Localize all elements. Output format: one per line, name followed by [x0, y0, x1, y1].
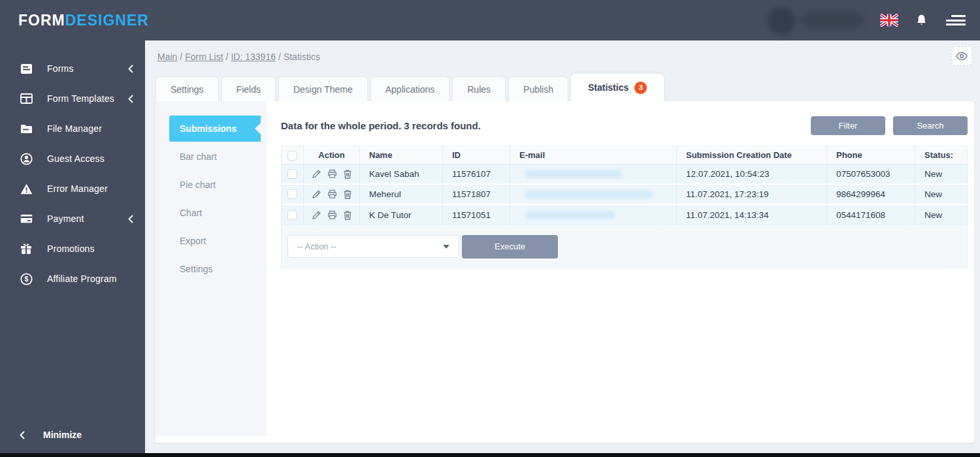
cell-date: 12.07.2021, 10:54:23: [677, 165, 827, 185]
col-date: Submission Creation Date: [677, 146, 827, 165]
logo-form-part: FORM: [18, 12, 65, 29]
cell-phone: 9864299964: [827, 185, 915, 205]
cell-status: New: [915, 185, 968, 205]
cell-name: Kavel Sabah: [360, 165, 443, 185]
stats-nav-submissions[interactable]: Submissions: [169, 116, 261, 142]
tab-applications[interactable]: Applications: [370, 76, 450, 101]
tab-fields[interactable]: Fields: [221, 76, 276, 101]
forms-icon: [20, 62, 33, 75]
notifications-bell-icon[interactable]: [915, 14, 928, 27]
hamburger-menu-icon[interactable]: [946, 15, 966, 25]
breadcrumb: Main/Form List/ID: 133916/Statistics: [157, 52, 320, 62]
delete-icon[interactable]: [343, 210, 352, 220]
bulk-action-bar: -- Action -- Execute: [281, 225, 968, 268]
edit-icon[interactable]: [312, 169, 321, 179]
sidebar-item-payment[interactable]: Payment: [0, 204, 145, 234]
bulk-action-dropdown[interactable]: -- Action --: [287, 235, 459, 258]
sidebar-item-guest-access[interactable]: Guest Access: [0, 144, 145, 174]
avatar: [768, 7, 795, 35]
cell-email-redacted: [510, 205, 677, 225]
sidebar-item-label: File Manager: [47, 123, 135, 134]
topbar: FORMDESIGNER: [0, 0, 980, 40]
sidebar: Forms Form Templates File Manager Guest …: [0, 40, 145, 453]
row-checkbox[interactable]: [287, 169, 297, 179]
stats-nav-export[interactable]: Export: [155, 228, 267, 254]
sidebar-item-label: Error Manager: [47, 183, 135, 194]
execute-button[interactable]: Execute: [462, 235, 558, 259]
sidebar-item-label: Guest Access: [47, 153, 135, 164]
col-email: E-mail: [510, 146, 677, 165]
stats-nav-settings[interactable]: Settings: [155, 256, 267, 282]
sidebar-item-label: Promotions: [47, 244, 135, 254]
row-checkbox[interactable]: [287, 189, 297, 199]
sidebar-item-label: Payment: [47, 213, 128, 224]
table-row: Kavel Sabah 11576107 12.07.2021, 10:54:2…: [281, 165, 968, 185]
col-action: Action: [304, 146, 360, 165]
tab-design-theme[interactable]: Design Theme: [278, 76, 368, 101]
affiliate-icon: $: [20, 272, 33, 285]
chevron-left-icon: [128, 65, 135, 73]
sidebar-item-forms[interactable]: Forms: [0, 54, 145, 84]
cell-phone: 0544171608: [827, 205, 915, 225]
eye-icon: [956, 52, 968, 61]
logo-designer-part: DESIGNER: [65, 12, 149, 29]
print-icon[interactable]: [327, 189, 337, 199]
main-area: Main/Form List/ID: 133916/Statistics Set…: [145, 40, 980, 453]
col-id: ID: [443, 146, 510, 165]
stats-nav-pie-chart[interactable]: Pie chart: [155, 172, 267, 198]
select-all-checkbox[interactable]: [287, 151, 297, 161]
sidebar-item-label: Affiliate Program: [47, 274, 135, 284]
tab-settings[interactable]: Settings: [155, 76, 219, 101]
table-row: K De Tutor 11571051 11.07.2021, 14:13:34…: [281, 205, 968, 225]
sidebar-item-form-templates[interactable]: Form Templates: [0, 84, 145, 114]
language-flag-uk[interactable]: [880, 14, 898, 27]
cell-email-redacted: [510, 165, 677, 185]
cell-status: New: [915, 205, 968, 225]
edit-icon[interactable]: [312, 189, 321, 199]
tab-rules[interactable]: Rules: [452, 76, 506, 101]
delete-icon[interactable]: [343, 169, 352, 179]
table-header-row: Action Name ID E-mail Submission Creatio…: [281, 146, 968, 165]
cell-date: 11.07.2021, 17:23:19: [677, 185, 827, 205]
sidebar-item-promotions[interactable]: Promotions: [0, 234, 145, 264]
filter-button[interactable]: Filter: [811, 116, 885, 135]
row-checkbox[interactable]: [287, 210, 297, 220]
statistics-nav: Submissions Bar chart Pie chart Chart Ex…: [155, 101, 267, 436]
sidebar-item-label: Form Templates: [47, 93, 128, 104]
edit-icon[interactable]: [312, 210, 321, 220]
delete-icon[interactable]: [343, 189, 352, 199]
preview-button[interactable]: [951, 46, 972, 65]
breadcrumb-link-main[interactable]: Main: [157, 52, 177, 62]
breadcrumb-current: Statistics: [284, 52, 320, 62]
promotions-icon: [20, 242, 33, 255]
sidebar-item-label: Forms: [47, 63, 128, 74]
stats-nav-bar-chart[interactable]: Bar chart: [155, 144, 267, 170]
form-templates-icon: [20, 92, 33, 105]
sidebar-item-affiliate-program[interactable]: $ Affiliate Program: [0, 264, 145, 294]
guest-access-icon: [20, 152, 33, 165]
cell-id: 11571051: [443, 205, 510, 225]
breadcrumb-link-form-id[interactable]: ID: 133916: [231, 52, 276, 62]
chevron-down-icon: [443, 245, 449, 249]
sidebar-item-file-manager[interactable]: File Manager: [0, 114, 145, 144]
payment-icon: [20, 212, 33, 225]
user-account-menu[interactable]: [768, 6, 866, 35]
username-redacted: [802, 13, 864, 27]
window-bottom-edge: [0, 453, 980, 457]
chevron-left-icon: [128, 95, 135, 103]
print-icon[interactable]: [327, 210, 337, 220]
app-logo[interactable]: FORMDESIGNER: [18, 12, 149, 29]
sidebar-minimize-button[interactable]: Minimize: [0, 417, 145, 453]
print-icon[interactable]: [327, 169, 337, 179]
stats-nav-chart[interactable]: Chart: [155, 200, 267, 226]
statistics-panel: Submissions Bar chart Pie chart Chart Ex…: [155, 101, 974, 443]
tab-publish[interactable]: Publish: [508, 76, 568, 101]
search-button[interactable]: Search: [893, 116, 968, 135]
statistics-count-badge: 3: [634, 82, 647, 94]
minimize-label: Minimize: [43, 430, 82, 440]
cell-name: Meherul: [360, 185, 443, 205]
sidebar-item-error-manager[interactable]: Error Manager: [0, 174, 145, 204]
error-manager-icon: [20, 182, 33, 195]
breadcrumb-link-form-list[interactable]: Form List: [185, 52, 223, 62]
tab-statistics[interactable]: Statistics 3: [571, 74, 664, 101]
